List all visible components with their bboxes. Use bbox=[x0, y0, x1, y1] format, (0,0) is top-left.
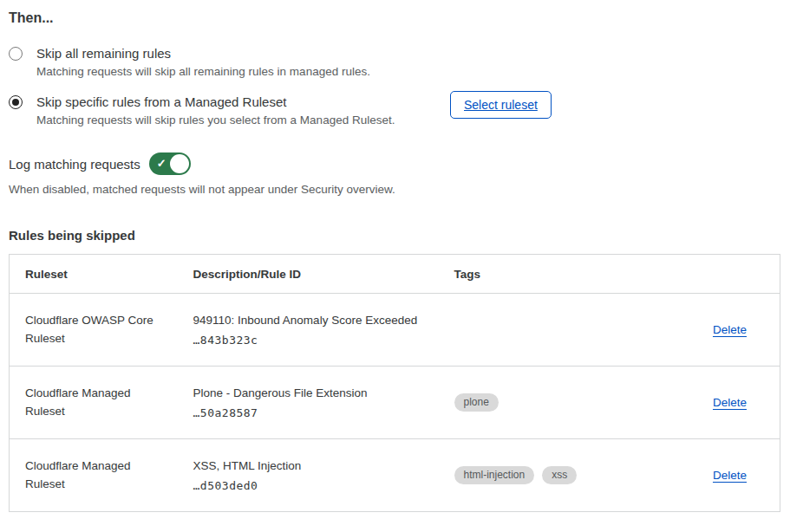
option-label[interactable]: Skip specific rules from a Managed Rules… bbox=[36, 94, 286, 109]
tag-badge: plone bbox=[454, 393, 499, 412]
ruleset-name: Cloudflare Managed Ruleset bbox=[25, 457, 169, 494]
tags-cell: plone bbox=[454, 393, 663, 412]
option-label[interactable]: Skip all remaining rules bbox=[36, 46, 171, 61]
log-matching-requests-section: Log matching requests ✓ When disabled, m… bbox=[9, 152, 780, 196]
tag-badge: xss bbox=[542, 466, 577, 484]
ruleset-name: Cloudflare OWASP Core Ruleset bbox=[25, 312, 169, 348]
waf-rule-action-panel: Then... Skip all remaining rules Matchin… bbox=[0, 0, 790, 512]
rules-being-skipped-table: Ruleset Description/Rule ID Tags Cloudfl… bbox=[9, 254, 780, 512]
radio-button[interactable] bbox=[9, 95, 23, 109]
check-icon: ✓ bbox=[157, 158, 166, 169]
column-header-actions bbox=[671, 255, 780, 294]
radio-dot-icon bbox=[12, 50, 19, 57]
table-row: Cloudflare Managed Ruleset Plone - Dange… bbox=[10, 367, 780, 439]
log-toggle[interactable]: ✓ bbox=[149, 152, 191, 175]
option-description: Matching requests will skip rules you se… bbox=[36, 114, 780, 127]
table-row: Cloudflare OWASP Core Ruleset 949110: In… bbox=[10, 294, 780, 367]
rule-id: …d503ded0 bbox=[193, 479, 430, 492]
action-options: Skip all remaining rules Matching reques… bbox=[9, 46, 780, 127]
tag-badge: html-injection bbox=[454, 466, 535, 484]
option-skip-all-rules: Skip all remaining rules Matching reques… bbox=[9, 46, 780, 78]
rule-description: Plone - Dangerous File Extension bbox=[193, 386, 430, 399]
table-row: Cloudflare Managed Ruleset XSS, HTML Inj… bbox=[10, 439, 780, 512]
delete-link[interactable]: Delete bbox=[713, 469, 747, 482]
log-toggle-label: Log matching requests bbox=[9, 157, 140, 172]
rule-id: …843b323c bbox=[193, 334, 430, 347]
column-header-tags: Tags bbox=[439, 255, 671, 294]
delete-link[interactable]: Delete bbox=[713, 396, 747, 409]
log-toggle-description: When disabled, matched requests will not… bbox=[9, 183, 780, 196]
select-ruleset-button[interactable]: Select ruleset bbox=[450, 91, 552, 119]
ruleset-name: Cloudflare Managed Ruleset bbox=[25, 385, 169, 421]
rule-description: 949110: Inbound Anomaly Score Exceeded bbox=[193, 314, 430, 327]
rules-table-title: Rules being skipped bbox=[9, 228, 780, 243]
option-skip-specific-rules: Skip specific rules from a Managed Rules… bbox=[9, 94, 780, 127]
table-header-row: Ruleset Description/Rule ID Tags bbox=[10, 255, 780, 294]
tags-cell: html-injection xss bbox=[454, 466, 663, 484]
delete-link[interactable]: Delete bbox=[713, 323, 747, 336]
rule-id: …50a28587 bbox=[193, 406, 430, 419]
radio-button[interactable] bbox=[9, 47, 23, 61]
column-header-ruleset: Ruleset bbox=[10, 255, 178, 294]
radio-dot-icon bbox=[12, 99, 19, 106]
rule-description: XSS, HTML Injection bbox=[193, 459, 430, 472]
toggle-knob[interactable] bbox=[170, 154, 189, 173]
column-header-description: Description/Rule ID bbox=[178, 255, 439, 294]
then-section-title: Then... bbox=[9, 10, 780, 26]
option-description: Matching requests will skip all remainin… bbox=[36, 65, 780, 78]
